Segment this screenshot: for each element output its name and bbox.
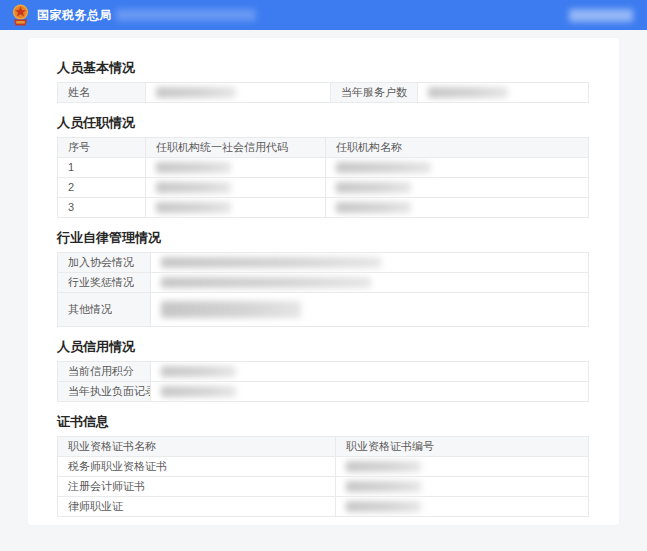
- column-header-org-name: 任职机构名称: [326, 138, 589, 158]
- redacted-value: [336, 162, 431, 173]
- field-label-other: 其他情况: [58, 293, 151, 327]
- table-row: 律师职业证: [58, 497, 589, 517]
- basic-info-table: 姓名 当年服务户数: [57, 82, 589, 103]
- table-row: 税务师职业资格证书: [58, 457, 589, 477]
- certificates-table: 职业资格证书名称 职业资格证书编号 税务师职业资格证书 注册会计师证书 律师职业…: [57, 436, 589, 517]
- field-value-negative-record: [151, 382, 589, 402]
- org-name-cell: [326, 198, 589, 218]
- cert-name-cell: 律师职业证: [58, 497, 336, 517]
- section-title-certificates: 证书信息: [57, 414, 589, 429]
- cert-number-cell: [336, 477, 589, 497]
- page-body: 人员基本情况 姓名 当年服务户数 人员任职情况 序号 任职机构统一社会信用代码: [0, 30, 647, 551]
- column-header-credit-code: 任职机构统一社会信用代码: [146, 138, 326, 158]
- section-credit: 人员信用情况 当前信用积分 当年执业负面记录: [57, 339, 589, 402]
- redacted-value: [156, 162, 231, 173]
- section-employment: 人员任职情况 序号 任职机构统一社会信用代码 任职机构名称 1 2: [57, 115, 589, 218]
- field-label-credit-score: 当前信用积分: [58, 362, 151, 382]
- table-row: 1: [58, 158, 589, 178]
- field-label-name: 姓名: [58, 83, 146, 103]
- column-header-seq: 序号: [58, 138, 146, 158]
- section-basic-info: 人员基本情况 姓名 当年服务户数: [57, 60, 589, 103]
- column-header-cert-name: 职业资格证书名称: [58, 437, 336, 457]
- org-name-cell: [326, 178, 589, 198]
- field-value-households: [418, 83, 589, 103]
- table-row: 其他情况: [58, 293, 589, 327]
- redacted-value: [346, 461, 421, 472]
- employment-table: 序号 任职机构统一社会信用代码 任职机构名称 1 2 3: [57, 137, 589, 218]
- user-account-redacted[interactable]: [569, 9, 633, 22]
- cert-name-cell: 注册会计师证书: [58, 477, 336, 497]
- self-discipline-table: 加入协会情况 行业奖惩情况 其他情况: [57, 252, 589, 327]
- page-title-redacted: [116, 9, 256, 21]
- table-row: 当前信用积分: [58, 362, 589, 382]
- redacted-value: [156, 87, 236, 98]
- credit-table: 当前信用积分 当年执业负面记录: [57, 361, 589, 402]
- redacted-value: [156, 182, 231, 193]
- field-label-rewards: 行业奖惩情况: [58, 273, 151, 293]
- seq-cell: 1: [58, 158, 146, 178]
- section-title-basic: 人员基本情况: [57, 60, 589, 75]
- section-self-discipline: 行业自律管理情况 加入协会情况 行业奖惩情况 其他情况: [57, 230, 589, 327]
- redacted-value: [336, 202, 411, 213]
- field-value-credit-score: [151, 362, 589, 382]
- field-label-households: 当年服务户数: [331, 83, 418, 103]
- table-row: 2: [58, 178, 589, 198]
- field-label-association: 加入协会情况: [58, 253, 151, 273]
- seq-cell: 2: [58, 178, 146, 198]
- table-row: 姓名 当年服务户数: [58, 83, 589, 103]
- table-row: 3: [58, 198, 589, 218]
- field-value-rewards: [151, 273, 589, 293]
- redacted-value: [346, 481, 421, 492]
- redacted-value: [156, 202, 231, 213]
- credit-code-cell: [146, 198, 326, 218]
- column-header-cert-number: 职业资格证书编号: [336, 437, 589, 457]
- cert-name-cell: 税务师职业资格证书: [58, 457, 336, 477]
- tax-administration-emblem-icon: [12, 4, 29, 27]
- section-title-credit: 人员信用情况: [57, 339, 589, 354]
- top-navbar: 国家税务总局: [0, 0, 647, 30]
- section-title-self-discipline: 行业自律管理情况: [57, 230, 589, 245]
- redacted-value: [428, 87, 508, 98]
- redacted-value: [346, 501, 421, 512]
- credit-code-cell: [146, 158, 326, 178]
- field-label-negative-record: 当年执业负面记录: [58, 382, 151, 402]
- table-row: 行业奖惩情况: [58, 273, 589, 293]
- field-value-name: [146, 83, 331, 103]
- redacted-value: [161, 257, 381, 268]
- table-header-row: 职业资格证书名称 职业资格证书编号: [58, 437, 589, 457]
- table-row: 注册会计师证书: [58, 477, 589, 497]
- field-value-association: [151, 253, 589, 273]
- field-value-other: [151, 293, 589, 327]
- redacted-value: [161, 366, 236, 377]
- info-card: 人员基本情况 姓名 当年服务户数 人员任职情况 序号 任职机构统一社会信用代码: [28, 38, 619, 525]
- table-row: 加入协会情况: [58, 253, 589, 273]
- redacted-value: [161, 301, 301, 318]
- brand-title: 国家税务总局: [37, 7, 112, 24]
- section-certificates: 证书信息 职业资格证书名称 职业资格证书编号 税务师职业资格证书 注册会计师证书…: [57, 414, 589, 517]
- table-header-row: 序号 任职机构统一社会信用代码 任职机构名称: [58, 138, 589, 158]
- redacted-value: [161, 277, 371, 288]
- section-title-employment: 人员任职情况: [57, 115, 589, 130]
- redacted-value: [161, 386, 236, 397]
- credit-code-cell: [146, 178, 326, 198]
- cert-number-cell: [336, 457, 589, 477]
- table-row: 当年执业负面记录: [58, 382, 589, 402]
- org-name-cell: [326, 158, 589, 178]
- cert-number-cell: [336, 497, 589, 517]
- redacted-value: [336, 182, 411, 193]
- seq-cell: 3: [58, 198, 146, 218]
